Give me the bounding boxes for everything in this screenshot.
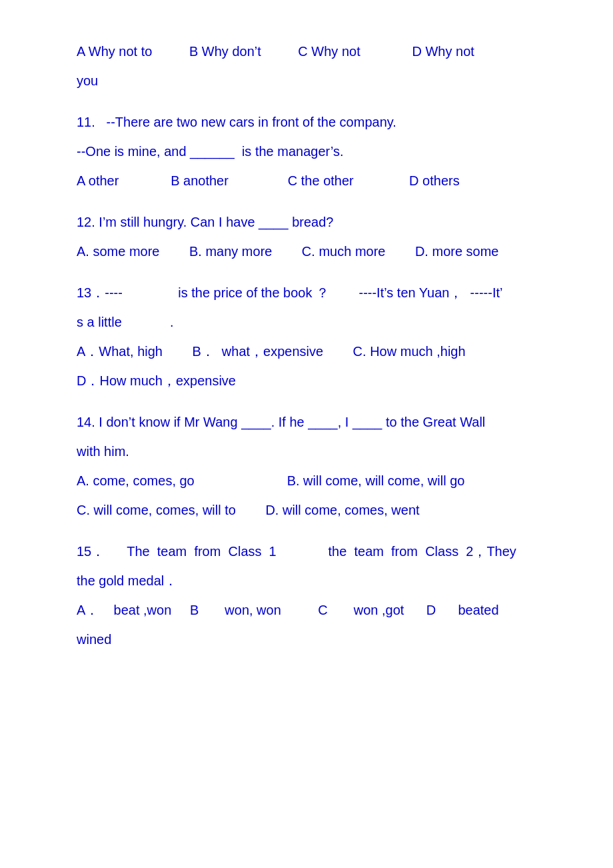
question-15: 15． The team from Class 1 the team from … xyxy=(77,540,536,651)
q10-options-line1: A Why not to B Why don’t C Why not D Why… xyxy=(77,40,536,63)
q14-stem-line2: with him. xyxy=(77,440,536,463)
question-11: 11. --There are two new cars in front of… xyxy=(77,111,536,192)
q12-options: A. some more B. many more C. much more D… xyxy=(77,240,536,263)
q15-options-line1: A． beat ,won B won, won C won ,got D bea… xyxy=(77,599,536,621)
question-13: 13．---- is the price of the book ？ ----I… xyxy=(77,281,536,392)
q14-stem-line1: 14. I don’t know if Mr Wang ____. If he … xyxy=(77,411,536,433)
exam-content: A Why not to B Why don’t C Why not D Why… xyxy=(77,40,536,651)
q11-stem-line1: 11. --There are two new cars in front of… xyxy=(77,111,536,133)
q11-stem-line2: --One is mine, and ______ is the manager… xyxy=(77,140,536,163)
q12-stem: 12. I’m still hungry. Can I have ____ br… xyxy=(77,211,536,233)
q13-options-line1: A．What, high B． what，expensive C. How mu… xyxy=(77,340,536,363)
q14-options-line1: A. come, comes, go B. will come, will co… xyxy=(77,469,536,492)
q15-stem-line2: the gold medal． xyxy=(77,569,536,592)
q13-stem-line1: 13．---- is the price of the book ？ ----I… xyxy=(77,281,536,304)
q15-stem-line1: 15． The team from Class 1 the team from … xyxy=(77,540,536,563)
q11-options: A other B another C the other D others xyxy=(77,169,536,192)
question-12: 12. I’m still hungry. Can I have ____ br… xyxy=(77,211,536,263)
q14-options-line2: C. will come, comes, will to D. will com… xyxy=(77,499,536,521)
q10-options-line2: you xyxy=(77,69,536,92)
q13-options-line2: D．How much，expensive xyxy=(77,369,536,392)
question-14: 14. I don’t know if Mr Wang ____. If he … xyxy=(77,411,536,521)
q13-stem-line2: s a little . xyxy=(77,311,536,333)
question-10: A Why not to B Why don’t C Why not D Why… xyxy=(77,40,536,92)
q15-options-line2: wined xyxy=(77,628,536,651)
